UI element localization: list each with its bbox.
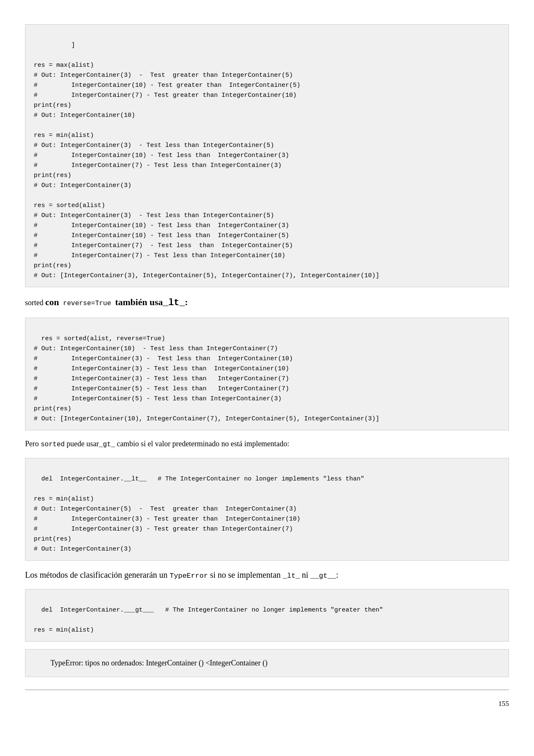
prose-reverse-code: reverse=True — [59, 300, 115, 307]
prose-metodos: Los métodos de clasificación generarán u… — [25, 568, 509, 582]
prose-lt-code: _lt_ — [163, 298, 185, 308]
prose-pero: Pero — [25, 440, 41, 448]
prose-colon: : — [185, 297, 188, 307]
prose-sorted-word: sorted — [25, 298, 45, 307]
page-number: 155 — [25, 698, 509, 709]
prose-gt-ni-inline: __gt__ — [310, 572, 336, 580]
prose-los-metodos: Los métodos de clasificación generarán u… — [25, 570, 170, 579]
prose-tambien-word: también usa — [115, 297, 163, 307]
code-block-4: del IntegerContainer.___gt___ # The Inte… — [25, 589, 509, 642]
code-text-3: del IntegerContainer.__lt__ # The Intege… — [34, 475, 364, 553]
prose-lt-ni-inline: _lt_ — [283, 572, 300, 580]
code-text-2: res = sorted(alist, reverse=True) # Out:… — [34, 335, 379, 422]
prose-colon-end: : — [336, 570, 338, 579]
prose-pero-sorted: Pero sorted puede usar_gt_ cambio si el … — [25, 438, 509, 450]
prose-ni-word: ni — [300, 570, 311, 579]
error-text: TypeError: tipos no ordenados: IntegerCo… — [50, 659, 267, 667]
code-block-2: res = sorted(alist, reverse=True) # Out:… — [25, 318, 509, 430]
prose-si-no: si no se implementan — [208, 570, 282, 579]
page-divider — [25, 690, 509, 690]
error-block: TypeError: tipos no ordenados: IntegerCo… — [25, 649, 509, 677]
prose-puede-usar: puede usar — [65, 440, 99, 448]
code-block-3: del IntegerContainer.__lt__ # The Intege… — [25, 458, 509, 561]
prose-typeerror-inline: TypeError — [170, 572, 208, 580]
prose-cambio: cambio si el valor predeterminado no est… — [115, 440, 289, 448]
code-text-1: ] res = max(alist) # Out: IntegerContain… — [34, 42, 379, 279]
prose-gt-inline: _gt_ — [99, 441, 115, 448]
code-text-4: del IntegerContainer.___gt___ # The Inte… — [34, 607, 383, 634]
prose-sorted-inline: sorted — [41, 441, 65, 448]
code-block-1: ] res = max(alist) # Out: IntegerContain… — [25, 24, 509, 287]
prose-con-word: con — [45, 297, 59, 307]
prose-sorted-con: sorted con reverse=True también usa_lt_: — [25, 295, 509, 310]
